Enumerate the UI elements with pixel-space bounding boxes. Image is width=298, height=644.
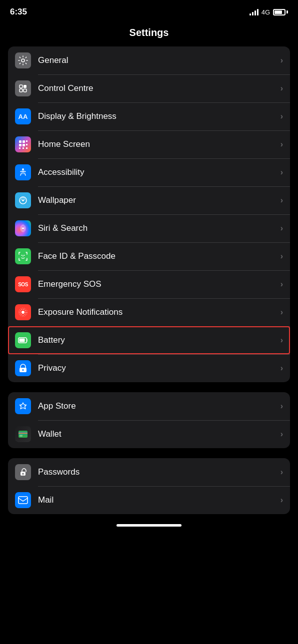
home-screen-label: Home Screen xyxy=(38,139,280,149)
siri-chevron: › xyxy=(280,224,283,233)
svg-rect-4 xyxy=(24,89,26,92)
privacy-chevron: › xyxy=(280,364,283,373)
settings-item-home-screen[interactable]: Home Screen › xyxy=(8,130,290,158)
settings-item-battery[interactable]: Battery › xyxy=(8,326,290,354)
svg-rect-2 xyxy=(24,85,26,88)
scroll-indicator xyxy=(0,524,298,537)
battery-status-icon xyxy=(273,9,288,15)
mail-chevron: › xyxy=(280,496,283,505)
svg-rect-26 xyxy=(20,339,25,342)
wallpaper-chevron: › xyxy=(280,196,283,205)
battery-item-icon xyxy=(15,332,31,348)
display-label: Display & Brightness xyxy=(38,111,280,121)
accessibility-label: Accessibility xyxy=(38,167,280,177)
mail-label: Mail xyxy=(38,495,280,505)
svg-rect-3 xyxy=(20,89,22,92)
face-id-chevron: › xyxy=(280,252,283,261)
svg-rect-6 xyxy=(22,140,25,143)
control-centre-chevron: › xyxy=(280,84,283,93)
svg-rect-31 xyxy=(18,433,28,434)
general-label: General xyxy=(38,55,280,65)
accessibility-chevron: › xyxy=(280,168,283,177)
control-centre-label: Control Centre xyxy=(38,83,280,93)
svg-point-21 xyxy=(24,255,25,256)
passwords-chevron: › xyxy=(280,468,283,477)
privacy-label: Privacy xyxy=(38,363,280,373)
settings-item-wallet[interactable]: Wallet › xyxy=(8,420,290,448)
settings-item-siri[interactable]: Siri & Search › xyxy=(8,214,290,242)
siri-label: Siri & Search xyxy=(38,223,280,233)
svg-rect-1 xyxy=(20,85,22,88)
settings-group-1: General › Control Centre › AA Display & … xyxy=(8,46,290,382)
face-id-icon xyxy=(15,248,31,264)
svg-point-19 xyxy=(22,227,24,229)
privacy-icon xyxy=(15,360,31,376)
network-label: 4G xyxy=(262,8,270,16)
settings-item-emergency-sos[interactable]: SOS Emergency SOS › xyxy=(8,270,290,298)
app-store-chevron: › xyxy=(280,402,283,411)
svg-point-28 xyxy=(22,369,24,371)
svg-point-20 xyxy=(22,255,22,256)
settings-item-wallpaper[interactable]: Wallpaper › xyxy=(8,186,290,214)
signal-bars-icon xyxy=(250,8,258,15)
svg-rect-35 xyxy=(18,497,28,504)
svg-point-0 xyxy=(22,59,24,62)
svg-rect-12 xyxy=(22,147,24,149)
passwords-label: Passwords xyxy=(38,467,280,477)
wallet-label: Wallet xyxy=(38,429,280,439)
settings-group-3: Passwords › Mail › xyxy=(8,458,290,514)
app-store-label: App Store xyxy=(38,401,280,411)
svg-rect-32 xyxy=(20,435,22,437)
face-id-label: Face ID & Passcode xyxy=(38,251,280,261)
svg-point-14 xyxy=(22,168,24,170)
settings-item-app-store[interactable]: App Store › xyxy=(8,392,290,420)
wallet-icon xyxy=(15,426,31,442)
svg-rect-7 xyxy=(19,144,22,146)
general-icon xyxy=(15,52,31,68)
status-time: 6:35 xyxy=(10,7,27,17)
wallpaper-label: Wallpaper xyxy=(38,195,280,205)
svg-point-16 xyxy=(22,199,24,201)
display-chevron: › xyxy=(280,112,283,121)
svg-point-22 xyxy=(22,311,24,314)
wallpaper-icon xyxy=(15,192,31,208)
exposure-icon xyxy=(15,304,31,320)
control-centre-icon xyxy=(15,80,31,96)
app-store-icon xyxy=(15,398,31,414)
emergency-sos-chevron: › xyxy=(280,280,283,289)
settings-item-face-id[interactable]: Face ID & Passcode › xyxy=(8,242,290,270)
svg-rect-5 xyxy=(19,140,22,143)
siri-icon xyxy=(15,220,31,236)
settings-item-general[interactable]: General › xyxy=(8,46,290,74)
emergency-sos-label: Emergency SOS xyxy=(38,279,280,289)
settings-item-control-centre[interactable]: Control Centre › xyxy=(8,74,290,102)
svg-rect-11 xyxy=(19,147,20,149)
svg-rect-13 xyxy=(26,147,28,149)
emergency-sos-icon: SOS xyxy=(15,276,31,292)
display-icon: AA xyxy=(15,108,31,124)
passwords-icon xyxy=(15,464,31,480)
settings-item-display[interactable]: AA Display & Brightness › xyxy=(8,102,290,130)
battery-chevron: › xyxy=(280,336,283,345)
page-title: Settings xyxy=(0,22,298,46)
mail-icon xyxy=(15,492,31,508)
general-chevron: › xyxy=(280,56,283,65)
settings-item-exposure[interactable]: Exposure Notifications › xyxy=(8,298,290,326)
svg-rect-10 xyxy=(26,144,28,145)
home-indicator xyxy=(116,524,182,527)
settings-group-2: App Store › Wallet › xyxy=(8,392,290,448)
battery-label: Battery xyxy=(38,335,280,345)
wallet-chevron: › xyxy=(280,430,283,439)
settings-item-accessibility[interactable]: Accessibility › xyxy=(8,158,290,186)
home-screen-chevron: › xyxy=(280,140,283,149)
exposure-label: Exposure Notifications xyxy=(38,307,280,317)
status-icons: 4G xyxy=(250,8,288,16)
svg-rect-9 xyxy=(26,140,28,142)
home-screen-icon xyxy=(15,136,31,152)
status-bar: 6:35 4G xyxy=(0,0,298,22)
settings-item-privacy[interactable]: Privacy › xyxy=(8,354,290,382)
settings-item-passwords[interactable]: Passwords › xyxy=(8,458,290,486)
settings-item-mail[interactable]: Mail › xyxy=(8,486,290,514)
accessibility-icon xyxy=(15,164,31,180)
exposure-chevron: › xyxy=(280,308,283,317)
